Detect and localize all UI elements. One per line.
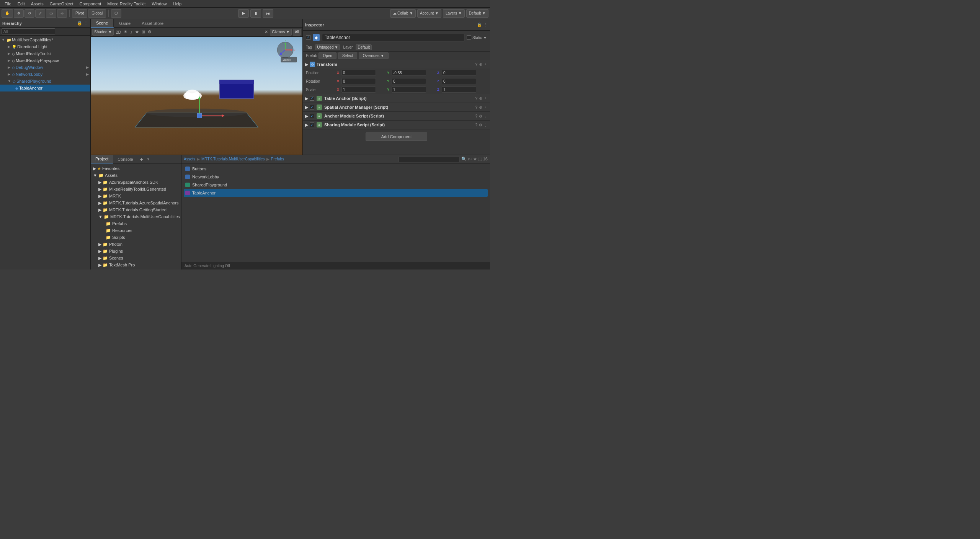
transform-menu-icon[interactable]: ⋮	[484, 62, 488, 67]
hierarchy-item-directional-light[interactable]: ▶ 💡 Directional Light	[0, 43, 90, 50]
hierarchy-menu-icon[interactable]: ⋮	[84, 21, 88, 26]
project-item-tutorials-azure[interactable]: ▶ 📁 MRTK.Tutorials.AzureSpatialAnchors	[91, 199, 181, 206]
pivot-btn[interactable]: Pivot	[72, 9, 87, 18]
scale-z-input[interactable]	[442, 87, 476, 93]
project-item-scripts[interactable]: 📁 Scripts	[91, 234, 181, 241]
scene-settings-btn[interactable]: ⚙	[147, 29, 152, 35]
static-checkbox[interactable]	[467, 35, 471, 40]
transform-tool-btn[interactable]: ⊹	[57, 9, 67, 18]
file-item-buttons[interactable]: Buttons	[184, 165, 488, 173]
rotation-x-input[interactable]	[341, 78, 376, 84]
search-icon[interactable]: 🔍	[461, 157, 467, 162]
fx-btn[interactable]: ★	[134, 29, 140, 35]
collab-btn[interactable]: ☁ Collab ▼	[390, 9, 416, 18]
move-tool-btn[interactable]: ✥	[14, 9, 24, 18]
file-search-input[interactable]	[399, 156, 460, 162]
account-btn[interactable]: Account ▼	[417, 9, 441, 18]
shading-dropdown[interactable]: Shaded ▼	[92, 29, 114, 36]
label-icon[interactable]: 🏷	[468, 157, 472, 162]
gizmos-dropdown[interactable]: Gizmos ▼	[270, 29, 292, 36]
scene-viewport[interactable]: Y X Z ◀ Back	[91, 37, 302, 155]
sms-script-header[interactable]: ▶ ✓ # Sharing Module Script (Script) ? ⚙…	[303, 121, 490, 129]
sam-checkbox[interactable]: ✓	[310, 105, 314, 109]
tab-console[interactable]: Console	[113, 155, 137, 163]
project-add-btn[interactable]: +	[138, 156, 145, 163]
sms-settings-icon[interactable]: ⚙	[479, 123, 482, 127]
rotation-z-input[interactable]	[442, 78, 476, 84]
scale-x-input[interactable]	[341, 87, 376, 93]
hierarchy-item-mrps[interactable]: ▶ ◇ MixedRealityPlayspace	[0, 57, 90, 64]
sms-info-icon[interactable]: ?	[475, 123, 477, 127]
layer-dropdown[interactable]: Default	[356, 44, 372, 50]
transform-settings-icon[interactable]: ⚙	[479, 62, 482, 67]
rotation-y-input[interactable]	[392, 78, 426, 84]
ams-settings-icon[interactable]: ⚙	[479, 114, 482, 118]
hierarchy-item-sharedplayground[interactable]: ▼ ◇ SharedPlayground	[0, 78, 90, 85]
ta-script-checkbox[interactable]: ✓	[310, 96, 314, 101]
lighting-btn[interactable]: ☀	[123, 29, 128, 35]
table-anchor-script-header[interactable]: ▶ ✓ # Table Anchor (Script) ? ⚙ ⋮	[303, 94, 490, 103]
static-dropdown-icon[interactable]: ▼	[483, 36, 487, 40]
project-item-tutorials-getting-started[interactable]: ▶ 📁 MRTK.Tutorials.GettingStarted	[91, 206, 181, 213]
pause-button[interactable]: ⏸	[250, 9, 261, 18]
breadcrumb-assets[interactable]: Assets	[184, 157, 195, 161]
select-btn[interactable]: Select	[338, 52, 357, 59]
file-item-networklobby[interactable]: NetworkLobby	[184, 173, 488, 181]
default-btn[interactable]: Default ▼	[466, 9, 488, 18]
project-item-textmesh[interactable]: ▶ 📁 TextMesh Pro	[91, 261, 181, 268]
hierarchy-item-root[interactable]: ▼ 📁 MultiUserCapabilities*	[0, 36, 90, 43]
file-item-tableanchor[interactable]: TableAnchor	[184, 189, 488, 197]
project-item-prefabs[interactable]: 📁 Prefabs	[91, 220, 181, 227]
ta-info-icon[interactable]: ?	[475, 96, 477, 101]
project-dropdown-icon[interactable]: ▼	[145, 157, 151, 161]
ams-info-icon[interactable]: ?	[475, 114, 477, 118]
menu-edit[interactable]: Edit	[15, 2, 28, 6]
project-item-mrtk[interactable]: ▶ 📁 MRTK	[91, 193, 181, 199]
transform-info-icon[interactable]: ?	[475, 62, 477, 67]
sam-settings-icon[interactable]: ⚙	[479, 105, 482, 109]
scene-tools-btn[interactable]: ⊞	[141, 29, 146, 35]
scale-y-input[interactable]	[392, 87, 426, 93]
hierarchy-item-debugwindow[interactable]: ▶ ◇ DebugWindow ▶	[0, 64, 90, 71]
add-component-btn[interactable]: Add Component	[366, 132, 428, 141]
position-x-input[interactable]	[341, 70, 376, 76]
project-item-assets-root[interactable]: ▼ 📁 Assets	[91, 172, 181, 179]
sam-script-header[interactable]: ▶ ✓ # Spatial Anchor Manager (Script) ? …	[303, 103, 490, 111]
project-item-mrtk-gen[interactable]: ▶ 📁 MixedRealityToolkit.Generated	[91, 186, 181, 193]
inspector-menu-icon[interactable]: ⋮	[484, 23, 488, 27]
ams-script-header[interactable]: ▶ ✓ # Anchor Module Script (Script) ? ⚙ …	[303, 112, 490, 120]
open-btn[interactable]: Open	[318, 52, 336, 59]
project-item-tutorials-multi[interactable]: ▼ 📁 MRTK.Tutorials.MultiUserCapabilities	[91, 213, 181, 220]
project-item-favorites[interactable]: ▶ ★ Favorites	[91, 165, 181, 172]
menu-mixed-reality[interactable]: Mixed Reality Toolkit	[104, 2, 149, 6]
tab-game[interactable]: Game	[114, 19, 136, 28]
tab-scene[interactable]: Scene	[91, 19, 114, 28]
project-item-packages[interactable]: ▶ 📁 Packages	[91, 268, 181, 270]
object-active-checkbox[interactable]: ✓	[306, 35, 310, 40]
ta-menu-icon[interactable]: ⋮	[484, 96, 488, 101]
hierarchy-item-networklobby[interactable]: ▶ ◇ NetworkLobby ▶	[0, 71, 90, 78]
scale-tool-btn[interactable]: ⤢	[35, 9, 45, 18]
project-item-photon[interactable]: ▶ 📁 Photon	[91, 241, 181, 248]
step-button[interactable]: ⏭	[263, 9, 273, 18]
hierarchy-search-input[interactable]	[2, 28, 55, 34]
2d-toggle[interactable]: 2D	[115, 29, 122, 35]
scene-close-btn[interactable]: ✕	[264, 29, 269, 35]
inspector-lock-icon[interactable]: 🔒	[477, 23, 482, 27]
all-dropdown[interactable]: All	[293, 29, 301, 36]
rotate-tool-btn[interactable]: ↻	[24, 9, 34, 18]
hand-tool-btn[interactable]: ✋	[2, 9, 13, 18]
ams-menu-icon[interactable]: ⋮	[484, 114, 488, 118]
menu-help[interactable]: Help	[170, 2, 185, 6]
sms-checkbox[interactable]: ✓	[310, 122, 314, 127]
ta-settings-icon[interactable]: ⚙	[479, 96, 482, 101]
tag-dropdown[interactable]: Untagged ▼	[315, 44, 340, 50]
menu-component[interactable]: Component	[76, 2, 104, 6]
hierarchy-lock-icon[interactable]: 🔒	[77, 21, 82, 26]
project-item-scenes[interactable]: ▶ 📁 Scenes	[91, 255, 181, 261]
layers-btn[interactable]: Layers ▼	[443, 9, 465, 18]
project-item-azure[interactable]: ▶ 📁 AzureSpatialAnchors.SDK	[91, 179, 181, 186]
play-button[interactable]: ▶	[238, 9, 249, 18]
menu-gameobject[interactable]: GameObject	[47, 2, 77, 6]
hierarchy-item-tableanchor[interactable]: ◆ TableAnchor	[0, 85, 90, 91]
